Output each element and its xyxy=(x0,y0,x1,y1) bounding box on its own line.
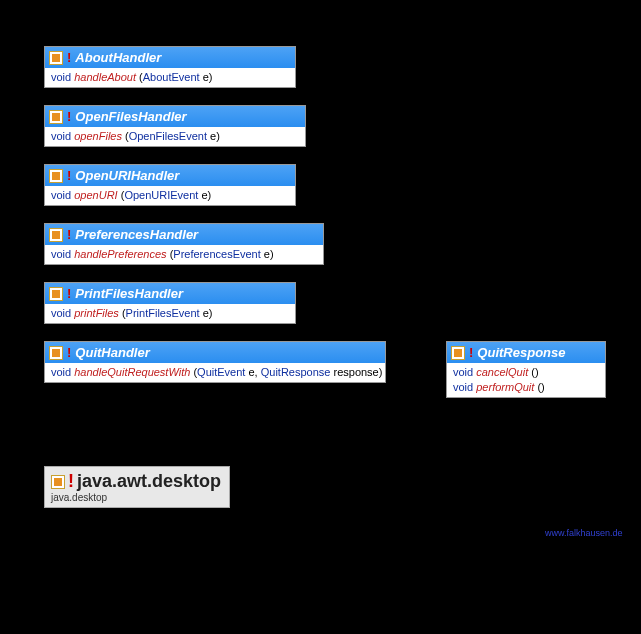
class-title: PreferencesHandler xyxy=(75,227,198,242)
marker-icon: ! xyxy=(67,286,71,301)
param-type: PreferencesEvent xyxy=(173,248,260,260)
param-type: QuitEvent xyxy=(197,366,245,378)
method-name: cancelQuit xyxy=(476,366,528,378)
paren-close: ) xyxy=(535,366,539,378)
param-name: response xyxy=(333,366,378,378)
class-title: QuitResponse xyxy=(477,345,565,360)
paren-open: ( xyxy=(122,130,129,142)
package-name: java.awt.desktop xyxy=(77,471,221,492)
method-line[interactable]: void performQuit () xyxy=(453,380,599,395)
method-line[interactable]: void openFiles (OpenFilesEvent e) xyxy=(51,129,299,144)
marker-icon: ! xyxy=(68,471,74,492)
class-box-openfiles: !OpenFilesHandlervoid openFiles (OpenFil… xyxy=(44,105,306,147)
class-box-printfiles: !PrintFilesHandlervoid printFiles (Print… xyxy=(44,282,296,324)
method-name: printFiles xyxy=(74,307,119,319)
param-type: QuitResponse xyxy=(261,366,331,378)
methods-prefs: void handlePreferences (PreferencesEvent… xyxy=(45,245,323,264)
return-type: void xyxy=(51,307,71,319)
class-box-quitresponse: !QuitResponsevoid cancelQuit ()void perf… xyxy=(446,341,606,398)
class-title: OpenURIHandler xyxy=(75,168,179,183)
marker-icon: ! xyxy=(67,50,71,65)
interface-icon xyxy=(49,169,63,183)
class-header-openuri[interactable]: !OpenURIHandler xyxy=(45,165,295,186)
class-header-printfiles[interactable]: !PrintFilesHandler xyxy=(45,283,295,304)
paren-close: ) xyxy=(209,307,213,319)
marker-icon: ! xyxy=(67,109,71,124)
param-type: OpenURIEvent xyxy=(124,189,198,201)
paren-close: ) xyxy=(208,189,212,201)
class-title: PrintFilesHandler xyxy=(75,286,183,301)
return-type: void xyxy=(453,381,473,393)
interface-icon xyxy=(49,287,63,301)
param-type: OpenFilesEvent xyxy=(129,130,207,142)
return-type: void xyxy=(51,189,71,201)
method-name: handleAbout xyxy=(74,71,136,83)
param-type: AboutEvent xyxy=(143,71,200,83)
method-line[interactable]: void handleAbout (AboutEvent e) xyxy=(51,70,289,85)
method-line[interactable]: void cancelQuit () xyxy=(453,365,599,380)
method-name: openURI xyxy=(74,189,117,201)
method-name: handleQuitRequestWith xyxy=(74,366,190,378)
method-name: openFiles xyxy=(74,130,122,142)
class-box-prefs: !PreferencesHandlervoid handlePreference… xyxy=(44,223,324,265)
class-header-about[interactable]: !AboutHandler xyxy=(45,47,295,68)
package-icon xyxy=(51,475,65,489)
method-line[interactable]: void handlePreferences (PreferencesEvent… xyxy=(51,247,317,262)
interface-icon xyxy=(49,228,63,242)
package-box: !java.awt.desktopjava.desktop xyxy=(44,466,230,508)
methods-openfiles: void openFiles (OpenFilesEvent e) xyxy=(45,127,305,146)
class-box-about: !AboutHandlervoid handleAbout (AboutEven… xyxy=(44,46,296,88)
paren-close: ) xyxy=(216,130,220,142)
paren-close: ) xyxy=(209,71,213,83)
paren-open: ( xyxy=(528,366,535,378)
class-header-openfiles[interactable]: !OpenFilesHandler xyxy=(45,106,305,127)
marker-icon: ! xyxy=(67,168,71,183)
package-header[interactable]: !java.awt.desktop xyxy=(51,471,221,492)
methods-printfiles: void printFiles (PrintFilesEvent e) xyxy=(45,304,295,323)
method-line[interactable]: void openURI (OpenURIEvent e) xyxy=(51,188,289,203)
interface-icon xyxy=(49,51,63,65)
return-type: void xyxy=(51,366,71,378)
interface-icon xyxy=(49,110,63,124)
return-type: void xyxy=(51,248,71,260)
paren-open: ( xyxy=(119,307,126,319)
methods-about: void handleAbout (AboutEvent e) xyxy=(45,68,295,87)
marker-icon: ! xyxy=(67,345,71,360)
paren-close: ) xyxy=(270,248,274,260)
paren-close: ) xyxy=(379,366,383,378)
footer-link[interactable]: www.falkhausen.de xyxy=(545,528,623,538)
method-name: performQuit xyxy=(476,381,534,393)
class-header-quithandler[interactable]: !QuitHandler xyxy=(45,342,385,363)
marker-icon: ! xyxy=(469,345,473,360)
method-name: handlePreferences xyxy=(74,248,166,260)
methods-quithandler: void handleQuitRequestWith (QuitEvent e,… xyxy=(45,363,385,382)
return-type: void xyxy=(51,130,71,142)
class-title: OpenFilesHandler xyxy=(75,109,186,124)
methods-openuri: void openURI (OpenURIEvent e) xyxy=(45,186,295,205)
class-box-openuri: !OpenURIHandlervoid openURI (OpenURIEven… xyxy=(44,164,296,206)
return-type: void xyxy=(51,71,71,83)
class-title: QuitHandler xyxy=(75,345,149,360)
paren-close: ) xyxy=(541,381,545,393)
methods-quitresponse: void cancelQuit ()void performQuit () xyxy=(447,363,605,397)
return-type: void xyxy=(453,366,473,378)
interface-icon xyxy=(49,346,63,360)
method-line[interactable]: void handleQuitRequestWith (QuitEvent e,… xyxy=(51,365,379,380)
method-line[interactable]: void printFiles (PrintFilesEvent e) xyxy=(51,306,289,321)
class-header-quitresponse[interactable]: !QuitResponse xyxy=(447,342,605,363)
interface-icon xyxy=(451,346,465,360)
package-module: java.desktop xyxy=(51,492,221,503)
class-title: AboutHandler xyxy=(75,50,161,65)
class-box-quithandler: !QuitHandlervoid handleQuitRequestWith (… xyxy=(44,341,386,383)
class-header-prefs[interactable]: !PreferencesHandler xyxy=(45,224,323,245)
param-type: PrintFilesEvent xyxy=(126,307,200,319)
paren-open: ( xyxy=(136,71,143,83)
marker-icon: ! xyxy=(67,227,71,242)
